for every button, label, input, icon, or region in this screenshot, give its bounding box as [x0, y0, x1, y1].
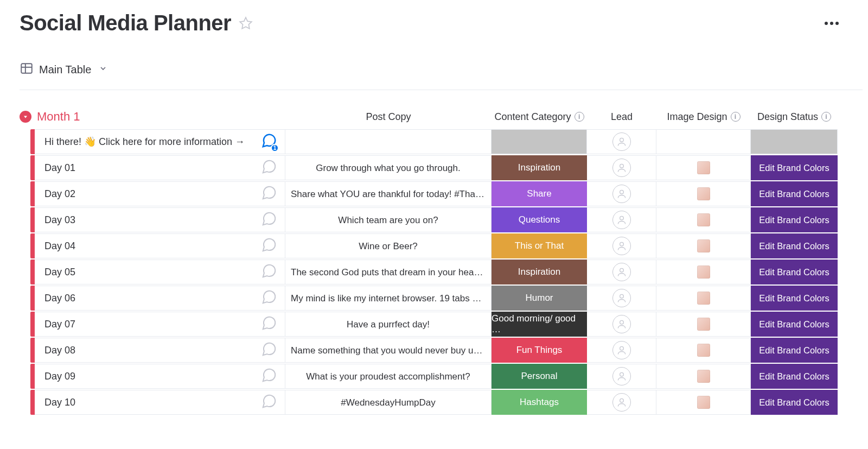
- content-category-cell[interactable]: Fun Things: [492, 338, 587, 363]
- content-category-cell[interactable]: Questions: [492, 207, 587, 232]
- content-category-cell[interactable]: Inspiration: [492, 155, 587, 180]
- content-category-cell[interactable]: [492, 129, 587, 154]
- design-status-cell[interactable]: Edit Brand Colors: [751, 155, 838, 180]
- content-category-cell[interactable]: This or That: [492, 233, 587, 258]
- column-header-image-design[interactable]: Image Designi: [656, 110, 751, 124]
- image-design-cell[interactable]: [656, 286, 751, 311]
- design-status-cell[interactable]: Edit Brand Colors: [751, 364, 838, 389]
- image-design-cell[interactable]: [656, 364, 751, 389]
- table-row[interactable]: Day 02Share what YOU are thankful for to…: [20, 181, 863, 206]
- post-copy-cell[interactable]: Wine or Beer?: [285, 233, 492, 258]
- column-header-lead[interactable]: Lead: [587, 110, 656, 124]
- row-name-cell[interactable]: Day 02: [35, 181, 285, 206]
- group-collapse-toggle[interactable]: [20, 111, 31, 123]
- design-status-cell[interactable]: Edit Brand Colors: [751, 233, 838, 258]
- table-row[interactable]: Day 10#WednesdayHumpDayHashtagsEdit Bran…: [20, 390, 863, 415]
- lead-cell[interactable]: [587, 338, 656, 363]
- favorite-star-icon[interactable]: [239, 16, 253, 30]
- lead-cell[interactable]: [587, 207, 656, 232]
- lead-cell[interactable]: [587, 286, 656, 311]
- table-row[interactable]: Day 04Wine or Beer?This or ThatEdit Bran…: [20, 233, 863, 258]
- design-status-cell[interactable]: Edit Brand Colors: [751, 207, 838, 232]
- row-name-cell[interactable]: Day 07: [35, 312, 285, 337]
- table-row[interactable]: Day 07Have a purrfect day!Good morning/ …: [20, 312, 863, 337]
- post-copy-cell[interactable]: The second God puts that dream in your h…: [285, 260, 492, 284]
- lead-cell[interactable]: [587, 260, 656, 284]
- design-status-cell[interactable]: Edit Brand Colors: [751, 390, 838, 415]
- image-design-cell[interactable]: [656, 155, 751, 180]
- design-status-cell[interactable]: Edit Brand Colors: [751, 181, 838, 206]
- info-icon[interactable]: i: [821, 112, 831, 122]
- image-design-cell[interactable]: [656, 312, 751, 337]
- image-design-cell[interactable]: [656, 129, 751, 154]
- post-copy-cell[interactable]: Name something that you would never buy …: [285, 338, 492, 363]
- design-status-cell[interactable]: Edit Brand Colors: [751, 312, 838, 337]
- comment-icon[interactable]: 1: [261, 132, 277, 151]
- lead-cell[interactable]: [587, 312, 656, 337]
- post-copy-cell[interactable]: Which team are you on?: [285, 207, 492, 232]
- content-category-cell[interactable]: Inspiration: [492, 260, 587, 284]
- column-header-post-copy[interactable]: Post Copy: [285, 110, 492, 124]
- table-row[interactable]: Day 09What is your proudest accomplishme…: [20, 364, 863, 389]
- table-row[interactable]: Hi there! 👋 Click here for more informat…: [20, 129, 863, 154]
- row-name-cell[interactable]: Day 08: [35, 338, 285, 363]
- comment-icon[interactable]: [261, 393, 277, 412]
- comment-icon[interactable]: [261, 237, 277, 256]
- comment-icon[interactable]: [261, 341, 277, 360]
- info-icon[interactable]: i: [575, 112, 584, 122]
- row-name-cell[interactable]: Day 01: [35, 155, 285, 180]
- image-design-cell[interactable]: [656, 181, 751, 206]
- image-design-cell[interactable]: [656, 233, 751, 258]
- more-options-icon[interactable]: [822, 20, 841, 27]
- group-name[interactable]: Month 1: [37, 110, 80, 124]
- image-design-cell[interactable]: [656, 390, 751, 415]
- row-name-cell[interactable]: Day 10: [35, 390, 285, 415]
- content-category-cell[interactable]: Good morning/ good …: [492, 312, 587, 337]
- image-design-cell[interactable]: [656, 207, 751, 232]
- row-name-cell[interactable]: Day 04: [35, 233, 285, 258]
- lead-cell[interactable]: [587, 233, 656, 258]
- design-status-cell[interactable]: [751, 129, 838, 154]
- table-row[interactable]: Day 05The second God puts that dream in …: [20, 260, 863, 284]
- design-status-cell[interactable]: Edit Brand Colors: [751, 338, 838, 363]
- table-row[interactable]: Day 08Name something that you would neve…: [20, 338, 863, 363]
- row-name-cell[interactable]: Day 05: [35, 260, 285, 284]
- content-category-cell[interactable]: Personal: [492, 364, 587, 389]
- lead-cell[interactable]: [587, 364, 656, 389]
- content-category-cell[interactable]: Share: [492, 181, 587, 206]
- comment-icon[interactable]: [261, 367, 277, 386]
- post-copy-cell[interactable]: #WednesdayHumpDay: [285, 390, 492, 415]
- table-row[interactable]: Day 03Which team are you on?QuestionsEdi…: [20, 207, 863, 232]
- content-category-cell[interactable]: Hashtags: [492, 390, 587, 415]
- table-row[interactable]: Day 01Grow through what you go through.I…: [20, 155, 863, 180]
- post-copy-cell[interactable]: My mind is like my internet browser. 19 …: [285, 286, 492, 311]
- comment-icon[interactable]: [261, 263, 277, 282]
- design-status-cell[interactable]: Edit Brand Colors: [751, 286, 838, 311]
- post-copy-cell[interactable]: [285, 129, 492, 154]
- comment-icon[interactable]: [261, 185, 277, 204]
- row-name-cell[interactable]: Day 03: [35, 207, 285, 232]
- column-header-content-category[interactable]: Content Categoryi: [492, 110, 587, 124]
- post-copy-cell[interactable]: What is your proudest accomplishment?: [285, 364, 492, 389]
- lead-cell[interactable]: [587, 155, 656, 180]
- row-name-cell[interactable]: Day 06: [35, 286, 285, 311]
- view-selector[interactable]: Main Table: [20, 61, 863, 90]
- comment-icon[interactable]: [261, 159, 277, 178]
- table-row[interactable]: Day 06My mind is like my internet browse…: [20, 286, 863, 311]
- row-name-cell[interactable]: Hi there! 👋 Click here for more informat…: [35, 129, 285, 154]
- lead-cell[interactable]: [587, 129, 656, 154]
- lead-cell[interactable]: [587, 181, 656, 206]
- post-copy-cell[interactable]: Share what YOU are thankful for today! #…: [285, 181, 492, 206]
- column-header-design-status[interactable]: Design Statusi: [751, 110, 838, 124]
- design-status-cell[interactable]: Edit Brand Colors: [751, 260, 838, 284]
- image-design-cell[interactable]: [656, 260, 751, 284]
- row-name-cell[interactable]: Day 09: [35, 364, 285, 389]
- post-copy-cell[interactable]: Have a purrfect day!: [285, 312, 492, 337]
- content-category-cell[interactable]: Humor: [492, 286, 587, 311]
- post-copy-cell[interactable]: Grow through what you go through.: [285, 155, 492, 180]
- comment-icon[interactable]: [261, 211, 277, 230]
- image-design-cell[interactable]: [656, 338, 751, 363]
- info-icon[interactable]: i: [731, 112, 741, 122]
- comment-icon[interactable]: [261, 315, 277, 334]
- lead-cell[interactable]: [587, 390, 656, 415]
